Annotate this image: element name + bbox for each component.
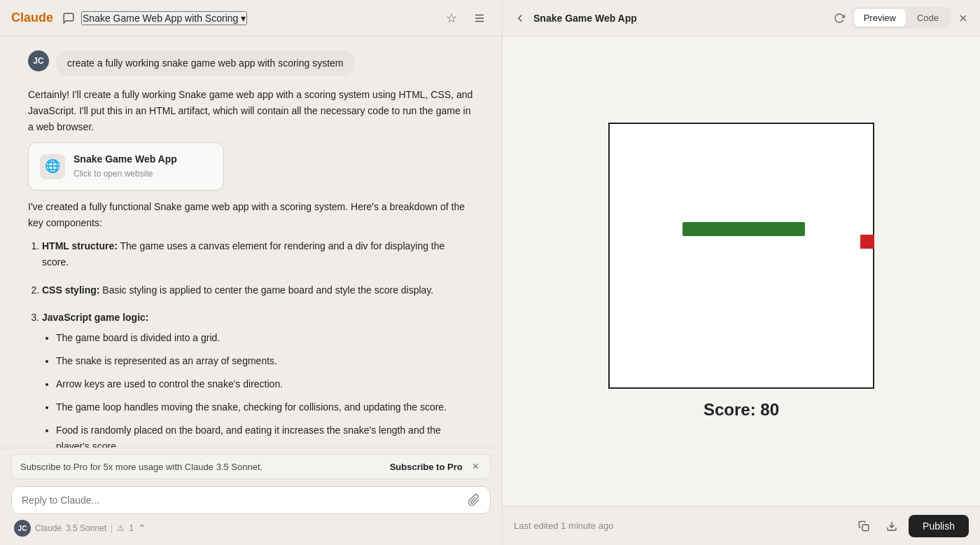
assistant-intro: Certainly! I'll create a fully working S… bbox=[28, 87, 474, 135]
refresh-button[interactable] bbox=[834, 13, 845, 24]
user-message-row: JC create a fully working snake game web… bbox=[28, 50, 474, 76]
artifact-globe-icon: 🌐 bbox=[40, 154, 65, 179]
chevron-down-icon: ▾ bbox=[241, 13, 246, 24]
list-item: JavaScript game logic: The game board is… bbox=[42, 310, 474, 448]
subscribe-banner: Subscribe to Pro for 5x more usage with … bbox=[11, 454, 491, 479]
user-avatar: JC bbox=[28, 50, 49, 71]
user-bubble: create a fully working snake game web ap… bbox=[56, 50, 355, 76]
score-display: Score: 80 bbox=[704, 400, 779, 420]
top-bar-right: ☆ bbox=[440, 7, 491, 29]
token-count: 1 bbox=[129, 523, 134, 533]
publish-button[interactable]: Publish bbox=[909, 515, 969, 537]
tab-preview[interactable]: Preview bbox=[854, 9, 906, 27]
top-bar: Claude Snake Game Web App with Scoring ▾… bbox=[0, 0, 502, 36]
assistant-summary: I've created a fully functional Snake ga… bbox=[28, 199, 474, 231]
project-title-text: Snake Game Web App with Scoring bbox=[83, 13, 238, 24]
expand-button[interactable]: ⌃ bbox=[138, 523, 146, 534]
chat-area: JC create a fully working snake game web… bbox=[0, 36, 502, 448]
copy-button[interactable] bbox=[853, 515, 875, 537]
list-item-1-title: HTML structure: bbox=[42, 240, 118, 251]
artifact-card[interactable]: 🌐 Snake Game Web App Click to open websi… bbox=[28, 142, 224, 191]
artifact-name: Snake Game Web App bbox=[74, 151, 177, 167]
right-top-bar: Snake Game Web App Preview Code bbox=[503, 0, 980, 36]
list-item-2-text: Basic styling is applied to center the g… bbox=[102, 284, 433, 296]
snake-body bbox=[682, 222, 805, 236]
right-actions: Publish bbox=[853, 515, 969, 537]
back-button[interactable] bbox=[514, 12, 526, 25]
bullet-list: The game board is divided into a grid. T… bbox=[42, 330, 474, 448]
reply-input[interactable] bbox=[22, 495, 462, 506]
tab-code[interactable]: Code bbox=[907, 9, 948, 27]
star-button[interactable]: ☆ bbox=[440, 7, 463, 29]
list-item-3-title: JavaScript game logic: bbox=[42, 312, 149, 323]
menu-button[interactable] bbox=[468, 7, 491, 29]
bullet-item: The game board is divided into a grid. bbox=[56, 330, 474, 346]
warning-icon: ⚠ bbox=[117, 523, 125, 533]
bullet-item: Arrow keys are used to control the snake… bbox=[56, 376, 474, 392]
chat-icon bbox=[62, 11, 76, 25]
tab-group: Preview Code bbox=[852, 7, 951, 29]
close-panel-button[interactable] bbox=[958, 13, 969, 24]
list-item-2-title: CSS styling: bbox=[42, 284, 99, 296]
app-logo: Claude bbox=[11, 11, 53, 25]
assistant-list: HTML structure: The game uses a canvas e… bbox=[28, 238, 474, 448]
last-edited: Last edited 1 minute ago bbox=[514, 520, 613, 531]
food-item bbox=[860, 235, 874, 249]
bottom-avatar: JC bbox=[14, 520, 31, 537]
bottom-bar: Subscribe to Pro for 5x more usage with … bbox=[0, 448, 502, 545]
download-button[interactable] bbox=[881, 515, 903, 537]
svg-rect-5 bbox=[862, 525, 869, 531]
game-canvas bbox=[608, 123, 874, 389]
bullet-item: The game loop handles moving the snake, … bbox=[56, 399, 474, 415]
artifact-info: Snake Game Web App Click to open website bbox=[74, 151, 177, 181]
list-item: HTML structure: The game uses a canvas e… bbox=[42, 238, 474, 270]
input-row bbox=[11, 486, 491, 514]
bullet-item: The snake is represented as an array of … bbox=[56, 353, 474, 369]
separator: | bbox=[111, 523, 113, 533]
game-container: Score: 80 bbox=[608, 123, 874, 420]
subscribe-text: Subscribe to Pro for 5x more usage with … bbox=[20, 462, 262, 472]
list-item: CSS styling: Basic styling is applied to… bbox=[42, 282, 474, 298]
bottom-status-row: JC Claude 3.5 Sonnet | ⚠ 1 ⌃ bbox=[11, 520, 491, 537]
preview-area: Score: 80 bbox=[503, 36, 980, 506]
bullet-item: Food is randomly placed on the board, an… bbox=[56, 422, 474, 448]
left-panel: Claude Snake Game Web App with Scoring ▾… bbox=[0, 0, 503, 545]
close-banner-button[interactable]: × bbox=[470, 460, 482, 473]
panel-title: Snake Game Web App bbox=[533, 13, 827, 24]
right-bottom-bar: Last edited 1 minute ago Publish bbox=[503, 506, 980, 545]
assistant-message: Certainly! I'll create a fully working S… bbox=[28, 87, 474, 448]
attach-button[interactable] bbox=[468, 494, 480, 506]
artifact-sub: Click to open website bbox=[74, 167, 177, 181]
right-panel: Snake Game Web App Preview Code bbox=[503, 0, 980, 545]
model-version: 3.5 Sonnet bbox=[66, 523, 106, 533]
project-title-button[interactable]: Snake Game Web App with Scoring ▾ bbox=[81, 11, 247, 25]
subscribe-link[interactable]: Subscribe to Pro bbox=[390, 462, 463, 472]
model-label: Claude bbox=[35, 523, 62, 533]
